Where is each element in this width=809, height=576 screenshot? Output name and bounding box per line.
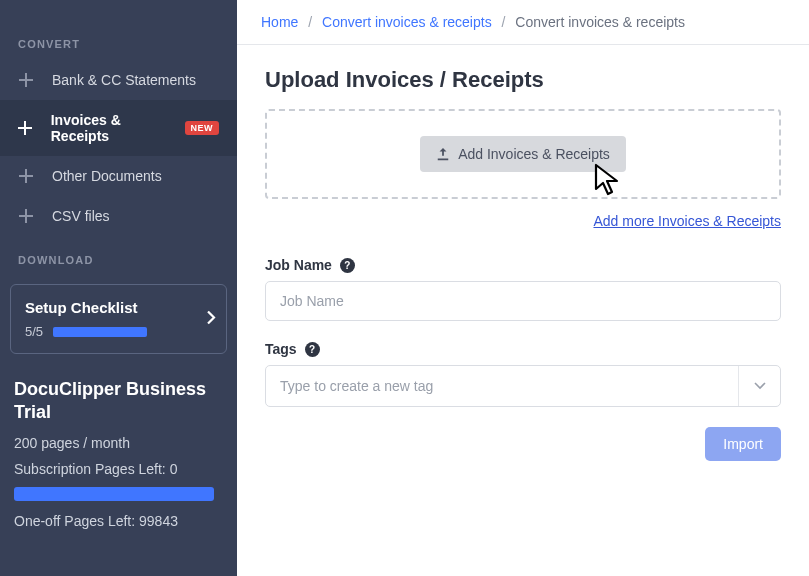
help-icon[interactable]: ? — [305, 342, 320, 357]
sidebar-item-label: CSV files — [52, 208, 110, 224]
breadcrumb: Home / Convert invoices & receipts / Con… — [237, 0, 809, 45]
upload-dropzone[interactable]: Add Invoices & Receipts — [265, 109, 781, 199]
import-button[interactable]: Import — [705, 427, 781, 461]
sidebar: CONVERT Bank & CC Statements Invoices & … — [0, 0, 237, 576]
tags-placeholder: Type to create a new tag — [280, 378, 433, 394]
sidebar-section-convert: CONVERT — [0, 20, 237, 60]
job-name-input[interactable] — [265, 281, 781, 321]
chevron-right-icon — [207, 311, 216, 328]
upload-icon — [436, 147, 450, 161]
main: Home / Convert invoices & receipts / Con… — [237, 0, 809, 576]
add-invoices-button-label: Add Invoices & Receipts — [458, 146, 610, 162]
checklist-progress-bar — [53, 327, 147, 337]
plus-icon — [18, 208, 34, 224]
sidebar-item-invoices-receipts[interactable]: Invoices & Receipts NEW — [0, 100, 237, 156]
add-more-row: Add more Invoices & Receipts — [265, 213, 781, 229]
help-icon[interactable]: ? — [340, 258, 355, 273]
sidebar-item-label: Bank & CC Statements — [52, 72, 196, 88]
setup-checklist-card[interactable]: Setup Checklist 5/5 — [10, 284, 227, 354]
breadcrumb-separator: / — [308, 14, 312, 30]
add-invoices-button[interactable]: Add Invoices & Receipts — [420, 136, 626, 172]
plus-icon — [18, 168, 34, 184]
sidebar-item-bank-statements[interactable]: Bank & CC Statements — [0, 60, 237, 100]
sidebar-section-download: DOWNLOAD — [0, 236, 237, 276]
breadcrumb-convert[interactable]: Convert invoices & receipts — [322, 14, 492, 30]
tags-label: Tags ? — [265, 341, 781, 357]
plan-title: DocuClipper Business Trial — [14, 378, 223, 423]
plan-oneoff-pages: One-off Pages Left: 99843 — [14, 513, 223, 529]
sidebar-item-other-documents[interactable]: Other Documents — [0, 156, 237, 196]
sidebar-item-label: Other Documents — [52, 168, 162, 184]
content: Upload Invoices / Receipts Add Invoices … — [237, 45, 809, 483]
checklist-count: 5/5 — [25, 324, 43, 339]
breadcrumb-separator: / — [502, 14, 506, 30]
new-badge: NEW — [185, 121, 220, 135]
plan-subscription-pages: Subscription Pages Left: 0 — [14, 461, 223, 477]
tags-select[interactable]: Type to create a new tag — [265, 365, 781, 407]
plan-progress-bar — [14, 487, 214, 501]
breadcrumb-current: Convert invoices & receipts — [515, 14, 685, 30]
plus-icon — [18, 72, 34, 88]
sidebar-item-csv-files[interactable]: CSV files — [0, 196, 237, 236]
page-title: Upload Invoices / Receipts — [265, 67, 781, 93]
job-name-label: Job Name ? — [265, 257, 781, 273]
plus-icon — [18, 120, 33, 136]
chevron-down-icon[interactable] — [738, 366, 780, 406]
plan-pages-per-month: 200 pages / month — [14, 435, 223, 451]
sidebar-item-label: Invoices & Receipts — [51, 112, 173, 144]
plan-info: DocuClipper Business Trial 200 pages / m… — [0, 362, 237, 539]
checklist-title: Setup Checklist — [25, 299, 212, 316]
add-more-link[interactable]: Add more Invoices & Receipts — [593, 213, 781, 229]
breadcrumb-home[interactable]: Home — [261, 14, 298, 30]
